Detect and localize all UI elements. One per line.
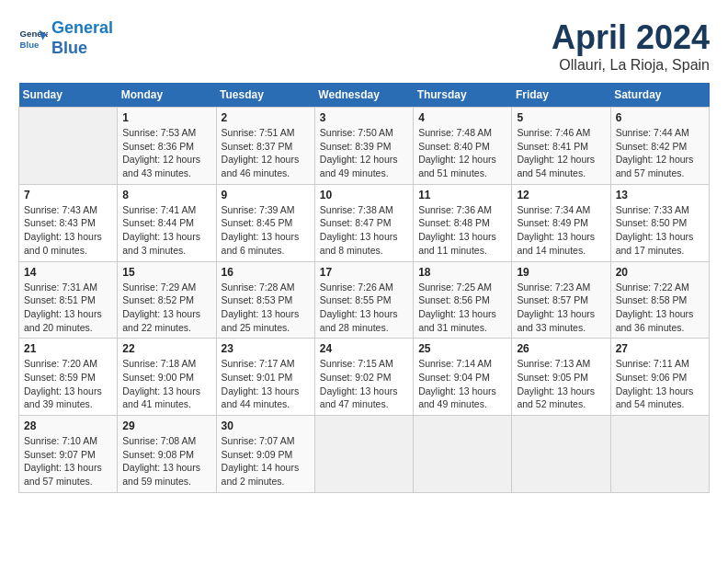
calendar-week-1: 1Sunrise: 7:53 AMSunset: 8:36 PMDaylight… bbox=[19, 108, 710, 185]
day-info: Sunrise: 7:41 AMSunset: 8:44 PMDaylight:… bbox=[122, 203, 210, 258]
day-info: Sunrise: 7:28 AMSunset: 8:53 PMDaylight:… bbox=[222, 281, 310, 335]
day-number: 10 bbox=[320, 189, 408, 201]
day-info: Sunrise: 7:29 AMSunset: 8:52 PMDaylight:… bbox=[122, 281, 210, 335]
calendar-cell: 7Sunrise: 7:43 AMSunset: 8:43 PMDaylight… bbox=[19, 184, 118, 261]
header-row: SundayMondayTuesdayWednesdayThursdayFrid… bbox=[19, 83, 710, 108]
calendar-cell: 26Sunrise: 7:13 AMSunset: 9:05 PMDayligh… bbox=[512, 339, 610, 416]
day-info: Sunrise: 7:51 AMSunset: 8:37 PMDaylight:… bbox=[222, 126, 310, 180]
day-info: Sunrise: 7:23 AMSunset: 8:57 PMDaylight:… bbox=[517, 281, 605, 335]
day-info: Sunrise: 7:22 AMSunset: 8:58 PMDaylight:… bbox=[616, 281, 704, 335]
day-number: 6 bbox=[616, 111, 704, 124]
calendar-cell: 14Sunrise: 7:31 AMSunset: 8:51 PMDayligh… bbox=[19, 261, 118, 339]
calendar-header: SundayMondayTuesdayWednesdayThursdayFrid… bbox=[19, 83, 710, 108]
day-info: Sunrise: 7:48 AMSunset: 8:40 PMDaylight:… bbox=[418, 126, 506, 180]
day-info: Sunrise: 7:26 AMSunset: 8:55 PMDaylight:… bbox=[320, 281, 408, 335]
day-info: Sunrise: 7:17 AMSunset: 9:01 PMDaylight:… bbox=[222, 357, 310, 411]
calendar-cell: 15Sunrise: 7:29 AMSunset: 8:52 PMDayligh… bbox=[118, 261, 216, 339]
day-number: 14 bbox=[24, 266, 112, 279]
month-title: April 2024 bbox=[552, 18, 710, 57]
calendar-cell: 3Sunrise: 7:50 AMSunset: 8:39 PMDaylight… bbox=[314, 108, 413, 185]
calendar-cell: 25Sunrise: 7:14 AMSunset: 9:04 PMDayligh… bbox=[414, 339, 512, 416]
header-day-monday: Monday bbox=[118, 83, 216, 108]
day-number: 26 bbox=[517, 342, 605, 355]
calendar-cell: 5Sunrise: 7:46 AMSunset: 8:41 PMDaylight… bbox=[512, 108, 610, 185]
day-info: Sunrise: 7:38 AMSunset: 8:47 PMDaylight:… bbox=[320, 203, 408, 258]
calendar-cell bbox=[19, 108, 118, 185]
logo-text: General Blue bbox=[51, 18, 113, 58]
day-info: Sunrise: 7:31 AMSunset: 8:51 PMDaylight:… bbox=[24, 281, 112, 335]
location: Ollauri, La Rioja, Spain bbox=[552, 57, 710, 74]
day-number: 2 bbox=[222, 111, 310, 124]
calendar-cell: 21Sunrise: 7:20 AMSunset: 8:59 PMDayligh… bbox=[19, 339, 118, 416]
day-number: 11 bbox=[418, 189, 506, 201]
calendar-cell: 23Sunrise: 7:17 AMSunset: 9:01 PMDayligh… bbox=[216, 339, 314, 416]
header-day-friday: Friday bbox=[512, 83, 610, 108]
calendar-week-4: 21Sunrise: 7:20 AMSunset: 8:59 PMDayligh… bbox=[19, 339, 710, 416]
calendar-cell: 30Sunrise: 7:07 AMSunset: 9:09 PMDayligh… bbox=[216, 416, 314, 493]
day-number: 24 bbox=[320, 342, 408, 355]
day-info: Sunrise: 7:33 AMSunset: 8:50 PMDaylight:… bbox=[616, 203, 704, 258]
logo-icon: General Blue bbox=[18, 24, 48, 53]
day-number: 27 bbox=[616, 342, 704, 355]
calendar-cell: 20Sunrise: 7:22 AMSunset: 8:58 PMDayligh… bbox=[610, 261, 709, 339]
logo-line1: General bbox=[51, 18, 113, 37]
day-number: 19 bbox=[517, 266, 605, 279]
day-number: 1 bbox=[122, 111, 210, 124]
day-info: Sunrise: 7:46 AMSunset: 8:41 PMDaylight:… bbox=[517, 126, 605, 180]
day-number: 13 bbox=[616, 189, 704, 201]
day-number: 4 bbox=[418, 111, 506, 124]
day-number: 16 bbox=[222, 266, 310, 279]
calendar-cell: 28Sunrise: 7:10 AMSunset: 9:07 PMDayligh… bbox=[19, 416, 118, 493]
calendar-cell: 29Sunrise: 7:08 AMSunset: 9:08 PMDayligh… bbox=[118, 416, 216, 493]
day-number: 21 bbox=[24, 342, 112, 355]
calendar-cell bbox=[512, 416, 610, 493]
calendar-week-3: 14Sunrise: 7:31 AMSunset: 8:51 PMDayligh… bbox=[19, 261, 710, 339]
header-day-saturday: Saturday bbox=[610, 83, 709, 108]
calendar-body: 1Sunrise: 7:53 AMSunset: 8:36 PMDaylight… bbox=[19, 108, 710, 493]
calendar-cell bbox=[314, 416, 413, 493]
header-day-sunday: Sunday bbox=[19, 83, 118, 108]
calendar-cell: 2Sunrise: 7:51 AMSunset: 8:37 PMDaylight… bbox=[216, 108, 314, 185]
day-number: 15 bbox=[122, 266, 210, 279]
day-info: Sunrise: 7:43 AMSunset: 8:43 PMDaylight:… bbox=[24, 203, 112, 258]
calendar-cell: 1Sunrise: 7:53 AMSunset: 8:36 PMDaylight… bbox=[118, 108, 216, 185]
calendar-cell: 4Sunrise: 7:48 AMSunset: 8:40 PMDaylight… bbox=[414, 108, 512, 185]
calendar-cell: 22Sunrise: 7:18 AMSunset: 9:00 PMDayligh… bbox=[118, 339, 216, 416]
logo-line2: Blue bbox=[51, 39, 87, 57]
day-info: Sunrise: 7:08 AMSunset: 9:08 PMDaylight:… bbox=[122, 434, 210, 488]
header-day-tuesday: Tuesday bbox=[216, 83, 314, 108]
calendar-cell bbox=[610, 416, 709, 493]
day-number: 3 bbox=[320, 111, 408, 124]
day-info: Sunrise: 7:13 AMSunset: 9:05 PMDaylight:… bbox=[517, 357, 605, 411]
day-info: Sunrise: 7:07 AMSunset: 9:09 PMDaylight:… bbox=[222, 434, 310, 488]
title-block: April 2024 Ollauri, La Rioja, Spain bbox=[552, 18, 710, 74]
day-info: Sunrise: 7:34 AMSunset: 8:49 PMDaylight:… bbox=[517, 203, 605, 258]
day-number: 20 bbox=[616, 266, 704, 279]
calendar-cell: 24Sunrise: 7:15 AMSunset: 9:02 PMDayligh… bbox=[314, 339, 413, 416]
day-info: Sunrise: 7:11 AMSunset: 9:06 PMDaylight:… bbox=[616, 357, 704, 411]
calendar-cell: 17Sunrise: 7:26 AMSunset: 8:55 PMDayligh… bbox=[314, 261, 413, 339]
day-number: 7 bbox=[24, 189, 112, 201]
day-number: 23 bbox=[222, 342, 310, 355]
day-info: Sunrise: 7:39 AMSunset: 8:45 PMDaylight:… bbox=[222, 203, 310, 258]
day-number: 25 bbox=[418, 342, 506, 355]
calendar-table: SundayMondayTuesdayWednesdayThursdayFrid… bbox=[18, 83, 710, 493]
day-number: 18 bbox=[418, 266, 506, 279]
day-number: 22 bbox=[122, 342, 210, 355]
day-info: Sunrise: 7:44 AMSunset: 8:42 PMDaylight:… bbox=[616, 126, 704, 180]
header-day-wednesday: Wednesday bbox=[314, 83, 413, 108]
header-day-thursday: Thursday bbox=[414, 83, 512, 108]
calendar-cell: 6Sunrise: 7:44 AMSunset: 8:42 PMDaylight… bbox=[610, 108, 709, 185]
day-info: Sunrise: 7:10 AMSunset: 9:07 PMDaylight:… bbox=[24, 434, 112, 488]
calendar-cell: 19Sunrise: 7:23 AMSunset: 8:57 PMDayligh… bbox=[512, 261, 610, 339]
calendar-cell: 27Sunrise: 7:11 AMSunset: 9:06 PMDayligh… bbox=[610, 339, 709, 416]
calendar-cell: 13Sunrise: 7:33 AMSunset: 8:50 PMDayligh… bbox=[610, 184, 709, 261]
calendar-cell: 11Sunrise: 7:36 AMSunset: 8:48 PMDayligh… bbox=[414, 184, 512, 261]
day-info: Sunrise: 7:20 AMSunset: 8:59 PMDaylight:… bbox=[24, 357, 112, 411]
day-info: Sunrise: 7:53 AMSunset: 8:36 PMDaylight:… bbox=[122, 126, 210, 180]
calendar-cell: 8Sunrise: 7:41 AMSunset: 8:44 PMDaylight… bbox=[118, 184, 216, 261]
day-info: Sunrise: 7:14 AMSunset: 9:04 PMDaylight:… bbox=[418, 357, 506, 411]
day-info: Sunrise: 7:18 AMSunset: 9:00 PMDaylight:… bbox=[122, 357, 210, 411]
day-number: 9 bbox=[222, 189, 310, 201]
day-number: 12 bbox=[517, 189, 605, 201]
